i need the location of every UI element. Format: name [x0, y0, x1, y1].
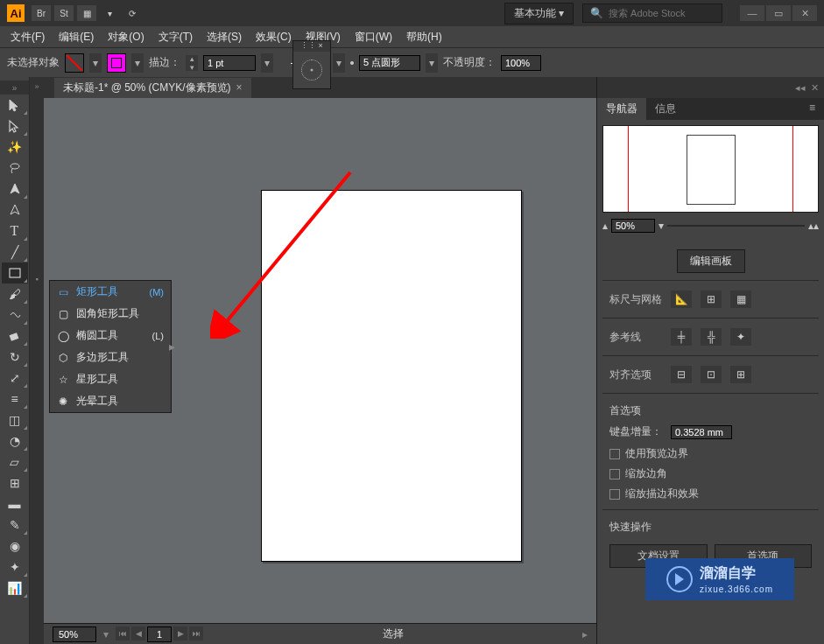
snap-grid-icon[interactable]: ⊞: [730, 366, 751, 383]
width-tool[interactable]: ≡: [2, 388, 28, 410]
bridge-icon[interactable]: Br: [32, 5, 51, 21]
close-tab-icon[interactable]: ×: [236, 81, 243, 94]
arrange-icon[interactable]: ▦: [77, 5, 96, 21]
flyout-ellipse[interactable]: ◯ 椭圆工具 (L): [50, 325, 171, 346]
fill-swatch[interactable]: [65, 53, 84, 73]
smart-guides-icon[interactable]: ✦: [730, 328, 751, 346]
stroke-weight-dropdown[interactable]: ▾: [261, 53, 273, 73]
lasso-tool[interactable]: [2, 158, 28, 178]
chevron-down-icon[interactable]: ▾: [103, 628, 109, 640]
chevron-down-icon[interactable]: ▾: [100, 5, 119, 21]
zoom-in-icon[interactable]: ▴▴: [808, 220, 819, 232]
gpu-icon[interactable]: ⟳: [123, 5, 142, 21]
zoom-out-icon[interactable]: ▴: [602, 220, 608, 232]
scale-corners-checkbox[interactable]: [609, 469, 620, 480]
opacity-input[interactable]: [501, 55, 541, 71]
prev-page-button[interactable]: ◀: [131, 626, 145, 640]
tab-info[interactable]: 信息: [646, 98, 685, 120]
column-graph-tool[interactable]: 📊: [2, 578, 28, 598]
search-input[interactable]: [609, 8, 714, 18]
rotate-tool[interactable]: ↻: [2, 346, 28, 368]
eyedropper-tool[interactable]: ✎: [2, 514, 28, 536]
grid-icon[interactable]: ⊞: [701, 290, 722, 308]
perspective-tool[interactable]: ▱: [2, 452, 28, 472]
snap-point-icon[interactable]: ⊡: [701, 366, 722, 383]
menu-effect[interactable]: 效果(C): [249, 27, 299, 47]
preview-bounds-checkbox[interactable]: [609, 449, 620, 459]
close-button[interactable]: ✕: [792, 5, 817, 21]
status-more-icon[interactable]: ▸: [582, 628, 588, 640]
first-page-button[interactable]: ⏮: [116, 626, 130, 640]
pen-tool[interactable]: [2, 178, 28, 200]
ruler-icon[interactable]: 📐: [671, 290, 692, 308]
rectangle-tool[interactable]: [2, 262, 28, 284]
menu-edit[interactable]: 编辑(E): [52, 27, 101, 47]
document-tab[interactable]: 未标题-1* @ 50% (CMYK/像素预览) ×: [54, 78, 251, 98]
type-tool[interactable]: T: [2, 220, 28, 242]
workspace-dropdown[interactable]: 基本功能 ▾: [504, 3, 574, 24]
panel-collapse-icon[interactable]: ◂◂: [795, 82, 806, 94]
scale-strokes-checkbox[interactable]: [609, 489, 620, 500]
menu-select[interactable]: 选择(S): [200, 27, 249, 47]
keyboard-inc-input[interactable]: [671, 425, 732, 439]
guides-visibility-icon[interactable]: ╪: [671, 328, 692, 346]
blend-tool[interactable]: ◉: [2, 536, 28, 556]
line-tool[interactable]: ╱: [2, 242, 28, 262]
brush-input[interactable]: [359, 55, 420, 71]
gradient-tool[interactable]: ▬: [2, 494, 28, 514]
menu-object[interactable]: 对象(O): [101, 27, 151, 47]
free-transform-tool[interactable]: ◫: [2, 410, 28, 430]
menu-type[interactable]: 文字(T): [151, 27, 200, 47]
stock-icon[interactable]: St: [54, 5, 74, 21]
guides-lock-icon[interactable]: ╬: [701, 328, 722, 346]
stroke-stepper[interactable]: ▴▾: [186, 55, 198, 71]
floating-tool-panel[interactable]: ⋮⋮ ×: [292, 40, 331, 89]
zoom-slider[interactable]: [667, 225, 805, 227]
brush-dropdown[interactable]: ▾: [426, 53, 438, 73]
direct-selection-tool[interactable]: [2, 116, 28, 136]
profile-dropdown[interactable]: ▾: [333, 53, 345, 73]
stroke-dropdown[interactable]: ▾: [131, 53, 144, 73]
zoom-input[interactable]: [53, 626, 96, 642]
menu-window[interactable]: 窗口(W): [348, 27, 399, 47]
stroke-weight-input[interactable]: [203, 55, 256, 71]
last-page-button[interactable]: ⏭: [189, 626, 203, 640]
flyout-star[interactable]: ☆ 星形工具: [50, 368, 171, 390]
flyout-polygon[interactable]: ⬡ 多边形工具: [50, 346, 171, 368]
panel-close-icon[interactable]: ✕: [811, 82, 819, 94]
menu-help[interactable]: 帮助(H): [399, 27, 449, 47]
next-page-button[interactable]: ▶: [173, 626, 187, 640]
paintbrush-tool[interactable]: 🖌: [2, 284, 28, 304]
scale-tool[interactable]: ⤢: [2, 368, 28, 388]
flyout-rounded-rectangle[interactable]: ▢ 圆角矩形工具: [50, 303, 171, 325]
shaper-tool[interactable]: [2, 304, 28, 326]
stroke-swatch[interactable]: [107, 53, 126, 73]
snap-pixel-icon[interactable]: ⊟: [671, 366, 692, 383]
flyout-flare[interactable]: ✺ 光晕工具: [50, 390, 171, 412]
menu-file[interactable]: 文件(F): [4, 27, 52, 47]
shape-builder-tool[interactable]: ◔: [2, 430, 28, 452]
maximize-button[interactable]: ▭: [766, 5, 791, 21]
transparency-grid-icon[interactable]: ▦: [730, 290, 751, 308]
page-input[interactable]: [147, 626, 172, 642]
selection-tool[interactable]: [2, 94, 28, 116]
magic-wand-tool[interactable]: ✨: [2, 136, 28, 158]
tab-navigator[interactable]: 导航器: [597, 98, 646, 120]
curvature-tool[interactable]: [2, 200, 28, 220]
navigator-preview[interactable]: [602, 125, 819, 213]
floating-tool-handle[interactable]: ⋮⋮ ×: [293, 41, 330, 52]
stock-search[interactable]: 🔍: [582, 4, 722, 23]
minimize-button[interactable]: —: [740, 5, 764, 21]
chevron-down-icon[interactable]: ▾: [658, 220, 664, 232]
navigator-zoom-input[interactable]: [611, 219, 655, 233]
flyout-item-label: 多边形工具: [76, 350, 129, 365]
edit-artboard-button[interactable]: 编辑画板: [677, 249, 745, 273]
eraser-tool[interactable]: [2, 326, 28, 346]
toolbox: » ✨ T ╱ 🖌 ↻ ⤢ ≡ ◫ ◔ ▱ ⊞ ▬ ✎ ◉ ✦ 📊: [0, 77, 30, 644]
flyout-rectangle[interactable]: ▭ 矩形工具 (M): [50, 281, 171, 303]
panel-menu-icon[interactable]: ≡: [800, 98, 824, 120]
fill-dropdown[interactable]: ▾: [89, 53, 102, 73]
symbol-sprayer-tool[interactable]: ✦: [2, 556, 28, 578]
toolbox-collapse[interactable]: »: [0, 80, 29, 94]
mesh-tool[interactable]: ⊞: [2, 472, 28, 494]
